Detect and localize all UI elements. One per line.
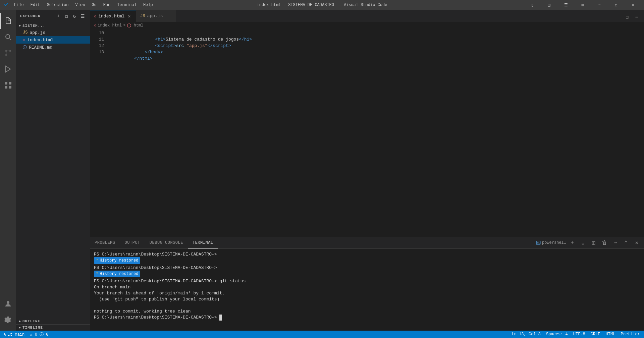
menu-terminal[interactable]: Terminal (114, 2, 139, 8)
history-star-2: * (96, 271, 98, 277)
tab-bar: ◇ index.html ✕ JS app.js ◫ ⋯ (90, 10, 644, 22)
panel-tab-output[interactable]: OUTPUT (120, 237, 145, 249)
code-content[interactable]: <h1>Sistema de cadastro de jogos</h1> <s… (107, 29, 644, 237)
terminal-line-3: PS C:\Users\rainn\Desktop\SISTEMA-DE-CAD… (94, 278, 640, 284)
kill-terminal-button[interactable]: 🗑 (600, 238, 609, 247)
panel-tabs: PROBLEMS OUTPUT DEBUG CONSOLE TERMINAL p… (90, 237, 644, 249)
activity-account[interactable] (0, 296, 16, 312)
extensions-icon (4, 81, 12, 89)
term-output-usegit: (use "git push" to publish your local co… (94, 296, 219, 302)
outline-header[interactable]: ► OUTLINE (16, 318, 90, 324)
new-file-button[interactable]: + (55, 13, 62, 19)
terminal-dropdown-button[interactable]: ⌄ (578, 238, 588, 247)
menu-run[interactable]: Run (101, 2, 113, 8)
line-num-13: 13 (90, 49, 104, 55)
activity-bottom (0, 296, 16, 328)
add-terminal-button[interactable]: + (568, 238, 577, 247)
refresh-button[interactable]: ↻ (71, 13, 78, 19)
timeline-header[interactable]: ► TIMELINE (16, 325, 90, 331)
tab-indexhtml-close[interactable]: ✕ (126, 13, 132, 19)
new-folder-button[interactable]: ◻ (63, 13, 70, 19)
files-icon (4, 17, 12, 25)
status-cursor[interactable]: Ln 13, Col 8 (511, 332, 542, 337)
breadcrumb-element[interactable]: html (133, 23, 143, 28)
timeline-section: ► TIMELINE (16, 324, 90, 331)
app-body: Explorer + ◻ ↻ ☰ ▼ SISTEM... JS app.js ◇ (0, 10, 644, 331)
menu-edit[interactable]: Edit (28, 2, 43, 8)
svg-rect-7 (9, 86, 11, 89)
project-section-header[interactable]: ▼ SISTEM... (16, 23, 90, 29)
toggle-panel-button[interactable]: ▯ (525, 0, 540, 10)
breadcrumb-element-icon (127, 23, 131, 28)
svg-point-2 (5, 50, 7, 52)
terminal-line-2: PS C:\Users\rainn\Desktop\SISTEMA-DE-CAD… (94, 265, 640, 271)
status-language-label: HTML (606, 332, 615, 337)
collapse-button[interactable]: ☰ (79, 13, 86, 19)
file-tree: JS app.js ◇ index.html ⓘ README.md (16, 29, 90, 51)
toggle-sidebar-button[interactable]: ◫ (541, 0, 557, 10)
git-icon (4, 49, 12, 57)
maximize-panel-button[interactable]: ⌃ (621, 238, 631, 247)
toggle-activity-button[interactable]: ☰ (558, 0, 574, 10)
activity-search[interactable] (0, 29, 16, 45)
outline-section: ► OUTLINE (16, 318, 90, 324)
activity-source-control[interactable] (0, 45, 16, 61)
split-terminal-button[interactable]: ◫ (589, 238, 598, 247)
minimize-button[interactable]: − (592, 0, 607, 10)
panel-tab-problems[interactable]: PROBLEMS (90, 237, 120, 249)
term-prompt-1: PS C:\Users\rainn\Desktop\SISTEMA-DE-CAD… (94, 251, 217, 258)
panel-more-button[interactable]: ⋯ (610, 238, 620, 247)
activity-debug[interactable] (0, 61, 16, 77)
menu-go[interactable]: Go (89, 2, 99, 8)
svg-point-8 (7, 301, 9, 304)
outline-arrow-icon: ► (19, 320, 21, 323)
terminal-line-9: PS C:\Users\rainn\Desktop\SISTEMA-DE-CAD… (94, 315, 640, 321)
activity-settings[interactable] (0, 312, 16, 328)
tab-appjs-label: app.js (147, 13, 163, 18)
tab-appjs[interactable]: JS app.js (136, 10, 176, 22)
status-branch[interactable]: ↳ ⎇ main (3, 332, 26, 337)
status-right: Ln 13, Col 8 Spaces: 4 UTF-8 CRLF HTML P… (511, 332, 641, 337)
status-indent[interactable]: Spaces: 4 (545, 332, 569, 337)
status-eol[interactable]: CRLF (589, 332, 602, 337)
status-encoding[interactable]: UTF-8 (572, 332, 587, 337)
layout-button[interactable]: ⊞ (575, 0, 590, 10)
tab-indexhtml[interactable]: ◇ index.html ✕ (90, 10, 136, 22)
menu-view[interactable]: View (72, 2, 88, 8)
maximize-button[interactable]: ☐ (608, 0, 624, 10)
terminal-label: powershell (536, 240, 566, 245)
breadcrumb-file[interactable]: index.html (98, 23, 122, 28)
panel-tab-terminal[interactable]: TERMINAL (188, 237, 218, 249)
close-button[interactable]: ✕ (625, 0, 641, 10)
terminal-icon (536, 240, 541, 245)
sidebar-title: Explorer (20, 14, 41, 18)
outline-label: OUTLINE (22, 319, 40, 323)
status-formatter[interactable]: Prettier (619, 332, 641, 337)
menu-file[interactable]: File (11, 2, 26, 8)
status-language[interactable]: HTML (604, 332, 617, 337)
cursor-block (219, 315, 222, 321)
timeline-label: TIMELINE (22, 326, 43, 330)
activity-extensions[interactable] (0, 77, 16, 93)
more-actions-button[interactable]: ⋯ (632, 12, 641, 22)
status-errors[interactable]: ⚠ 0 ⓘ 0 (29, 332, 50, 337)
terminal-line-4: On branch main (94, 284, 640, 290)
close-panel-button[interactable]: ✕ (632, 238, 641, 247)
tab-indexhtml-label: index.html (98, 14, 124, 19)
terminal-type-label: powershell (542, 240, 566, 245)
terminal-content[interactable]: PS C:\Users\rainn\Desktop\SISTEMA-DE-CAD… (90, 249, 644, 331)
split-editor-button[interactable]: ◫ (623, 12, 632, 22)
activity-explorer[interactable] (0, 13, 16, 29)
html-file-icon: ◇ (23, 38, 25, 43)
file-readmemd-label: README.md (29, 45, 52, 50)
status-formatter-label: Prettier (621, 332, 640, 337)
file-readmemd[interactable]: ⓘ README.md (16, 44, 90, 51)
menu-selection[interactable]: Selection (44, 2, 71, 8)
menu-help[interactable]: Help (141, 2, 156, 8)
terminal-line-5: Your branch is ahead of 'origin/main' by… (94, 290, 640, 296)
file-indexhtml[interactable]: ◇ index.html (16, 36, 90, 44)
panel-tab-debug-console[interactable]: DEBUG CONSOLE (145, 237, 188, 249)
file-appjs[interactable]: JS app.js (16, 29, 90, 36)
code-editor[interactable]: 10 11 12 13 <h1>Sistema de cadastro de j… (90, 29, 644, 237)
search-icon (4, 33, 12, 41)
